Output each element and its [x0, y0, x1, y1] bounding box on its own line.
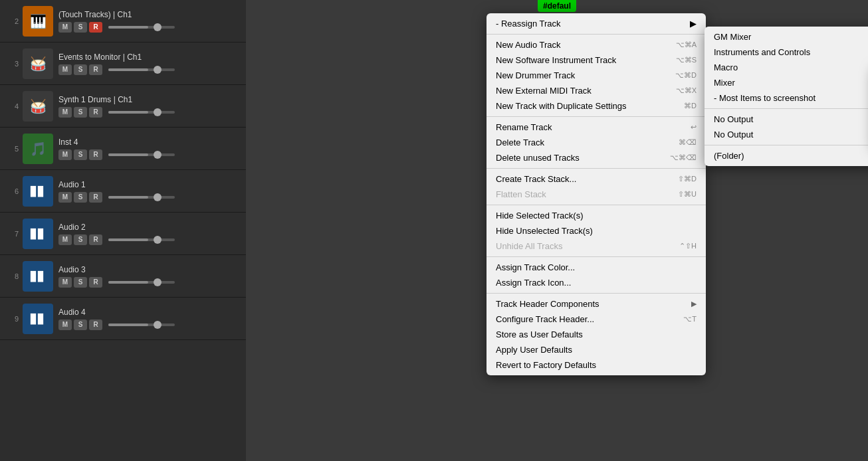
shortcut-label: ⌥⌘⌫ [670, 153, 697, 162]
menu-item-new-external-midi[interactable]: New External MIDI Track ⌥⌘X [487, 83, 706, 98]
solo-button[interactable]: S [74, 64, 87, 75]
solo-button[interactable]: S [74, 192, 87, 203]
track-fader[interactable] [108, 68, 175, 71]
menu-item-label: Assign Track Icon... [496, 278, 571, 288]
track-list: 2 🎹 (Touch Tracks) | Ch1 M S R 3 🥁 Event… [0, 0, 246, 461]
track-fader[interactable] [108, 26, 175, 29]
shortcut-label: ⌥⌘A [676, 41, 697, 49]
menu-item-new-duplicate[interactable]: New Track with Duplicate Settings ⌘D [487, 98, 706, 114]
record-button[interactable]: R [89, 64, 102, 75]
solo-button[interactable]: S [74, 149, 87, 160]
track-fader[interactable] [108, 196, 175, 199]
record-button[interactable]: R [89, 149, 102, 160]
track-name: Synth 1 Drums | Ch1 [58, 95, 241, 104]
record-button[interactable]: R [89, 320, 102, 330]
menu-item-no-output-1[interactable]: No Output [705, 112, 868, 127]
menu-item-create-stack[interactable]: Create Track Stack... ⇧⌘D [487, 171, 706, 187]
track-icon: ▊▊ [23, 261, 53, 292]
track-controls: M S R [58, 277, 241, 288]
menu-item-mixer[interactable]: Mixer ▶ [705, 75, 868, 90]
shortcut-label: ⌥⌘S [676, 56, 697, 64]
mute-button[interactable]: M [58, 320, 72, 330]
track-fader[interactable] [108, 153, 175, 156]
mute-button[interactable]: M [58, 64, 72, 75]
menu-item-hide-unselected[interactable]: Hide Unselected Track(s) [487, 223, 706, 238]
track-icon: 🥁 [23, 48, 53, 79]
menu-item-configure-track-header[interactable]: Configure Track Header... ⌥T [487, 312, 706, 327]
menu-item-revert-factory[interactable]: Revert to Factory Defaults [487, 357, 706, 373]
menu-item-delete-track[interactable]: Delete Track ⌘⌫ [487, 135, 706, 150]
menu-item-gm-mixer[interactable]: GM Mixer ▶ [705, 29, 868, 45]
record-button[interactable]: R [89, 234, 102, 245]
track-fader[interactable] [108, 281, 175, 284]
track-number: 7 [5, 230, 19, 238]
menu-item-apply-user-defaults[interactable]: Apply User Defaults [487, 342, 706, 357]
menu-item-unhide-all[interactable]: Unhide All Tracks ⌃⇧H [487, 238, 706, 254]
mute-button[interactable]: M [58, 192, 72, 203]
track-row: 3 🥁 Events to Monitor | Ch1 M S R [0, 43, 246, 85]
track-fader[interactable] [108, 238, 175, 241]
track-controls: M S R [58, 234, 241, 245]
track-fader[interactable] [108, 323, 175, 326]
menu-separator [487, 205, 706, 205]
track-fader[interactable] [108, 111, 175, 114]
menu-item-flatten-stack[interactable]: Flatten Stack ⇧⌘U [487, 187, 706, 202]
mute-button[interactable]: M [58, 149, 72, 160]
track-info: Audio 4 M S R [58, 308, 241, 330]
solo-button[interactable]: S [74, 234, 87, 245]
menu-item-store-user-defaults[interactable]: Store as User Defaults [487, 327, 706, 342]
solo-button[interactable]: S [74, 22, 87, 33]
track-icon: 🥁 [23, 91, 53, 122]
menu-item-label: - Most Items to screenshot [714, 93, 815, 103]
record-button[interactable]: R [89, 277, 102, 288]
track-controls: M S R [58, 107, 241, 118]
menu-item-assign-icon[interactable]: Assign Track Icon... [487, 275, 706, 290]
record-button[interactable]: R [89, 22, 102, 33]
menu-item-track-header-components[interactable]: Track Header Components ▶ [487, 296, 706, 312]
track-name: (Touch Tracks) | Ch1 [58, 10, 241, 19]
menu-separator [487, 34, 706, 35]
track-number: 3 [5, 60, 19, 68]
shortcut-label: ⌘⌫ [679, 138, 697, 147]
menu-item-no-output-2[interactable]: No Output [705, 127, 868, 142]
mute-button[interactable]: M [58, 22, 72, 33]
menu-item-new-software[interactable]: New Software Instrument Track ⌥⌘S [487, 52, 706, 68]
track-controls: M S R [58, 192, 241, 203]
solo-button[interactable]: S [74, 107, 87, 118]
menu-item-label: Configure Track Header... [496, 314, 594, 324]
track-controls: M S R [58, 149, 241, 160]
track-number: 5 [5, 145, 19, 153]
track-row: 2 🎹 (Touch Tracks) | Ch1 M S R [0, 0, 246, 43]
mute-button[interactable]: M [58, 234, 72, 245]
mute-button[interactable]: M [58, 107, 72, 118]
solo-button[interactable]: S [74, 277, 87, 288]
mute-button[interactable]: M [58, 277, 72, 288]
menu-item-assign-color[interactable]: Assign Track Color... [487, 260, 706, 275]
menu-item-label: New Track with Duplicate Settings [496, 101, 627, 111]
track-name: Audio 4 [58, 308, 241, 317]
menu-separator [487, 293, 706, 294]
menu-item-delete-unused[interactable]: Delete unused Tracks ⌥⌘⌫ [487, 150, 706, 165]
menu-separator [487, 116, 706, 117]
record-button[interactable]: R [89, 192, 102, 203]
track-row: 9 ▊▊ Audio 4 M S R [0, 298, 246, 340]
track-info: Events to Monitor | Ch1 M S R [58, 52, 241, 75]
menu-item-most-items[interactable]: - Most Items to screenshot ▶ [705, 90, 868, 106]
solo-button[interactable]: S [74, 320, 87, 330]
menu-item-hide-selected[interactable]: Hide Selected Track(s) [487, 208, 706, 223]
tag-bar: #defaul [538, 0, 576, 12]
menu-item-folder[interactable]: (Folder) [705, 148, 868, 163]
reassign-track-header[interactable]: - Reassign Track ▶ [487, 16, 706, 31]
track-row: 8 ▊▊ Audio 3 M S R [0, 255, 246, 298]
menu-item-new-audio[interactable]: New Audio Track ⌥⌘A [487, 37, 706, 52]
menu-item-new-drummer[interactable]: New Drummer Track ⌥⌘D [487, 68, 706, 83]
menu-item-instruments-controls[interactable]: Instruments and Controls ▶ [705, 45, 868, 60]
menu-item-macro[interactable]: Macro ▶ [705, 60, 868, 75]
menu-item-rename-track[interactable]: Rename Track ↩ [487, 120, 706, 135]
shortcut-label: ⌥⌘X [676, 86, 697, 95]
track-info: Synth 1 Drums | Ch1 M S R [58, 95, 241, 118]
menu-item-label: No Output [714, 130, 753, 139]
menu-separator [705, 145, 868, 145]
shortcut-label: ⌥⌘D [675, 71, 697, 80]
record-button[interactable]: R [89, 107, 102, 118]
